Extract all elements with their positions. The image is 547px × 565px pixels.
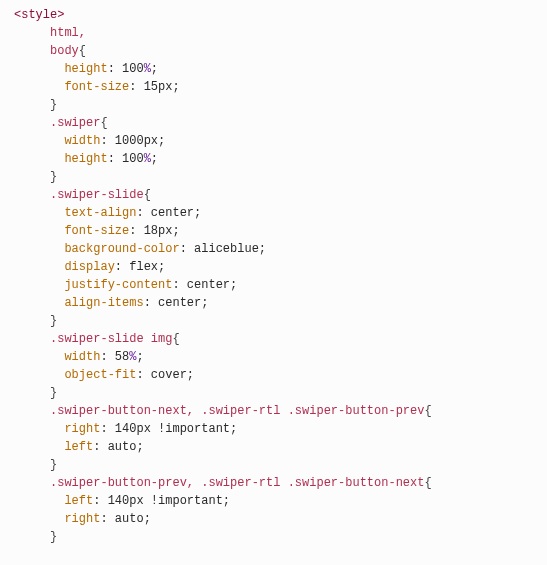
- css-code-block: <style> html, body{ height: 100%; font-s…: [0, 0, 547, 565]
